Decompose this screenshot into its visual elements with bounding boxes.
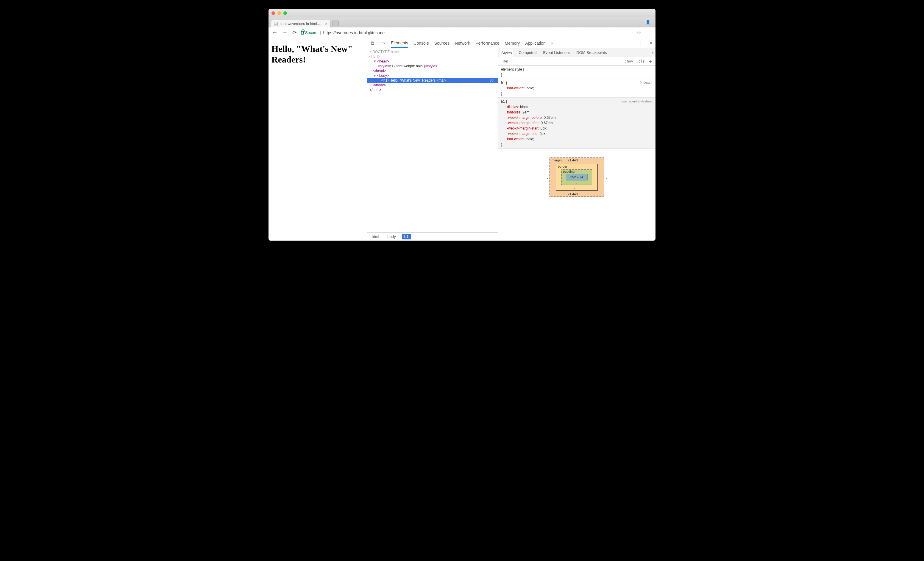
page-heading: Hello, "What's New" Readers!	[272, 44, 364, 65]
css-prop: font-weight	[507, 137, 525, 141]
rendered-page: Hello, "What's New" Readers!	[268, 38, 367, 241]
box-padding: padding - - - - 352 × 74	[561, 170, 592, 185]
styles-tabbar: Styles Computed Event Listeners DOM Brea…	[498, 48, 656, 57]
css-val: 0.67em;	[541, 121, 554, 125]
css-val: 0px;	[541, 126, 548, 130]
box-padding-right: -	[590, 177, 591, 180]
cls-toggle[interactable]: .cls	[636, 59, 645, 63]
rule-element-style[interactable]: element.style { }	[498, 66, 656, 79]
devtools-tabbar: ⧉ ▭ Elements Console Sources Network Per…	[367, 38, 656, 48]
dom-body-close: /body	[375, 83, 384, 87]
reload-button[interactable]: ⟳	[292, 29, 297, 37]
maximize-window-icon[interactable]	[284, 11, 287, 15]
styles-tab-event-listeners[interactable]: Event Listeners	[542, 49, 571, 56]
browser-tab[interactable]: 🗋 https://overrides-in-html.glitch… ×	[271, 20, 330, 27]
dom-h1-open: h1	[383, 78, 387, 82]
val-font-weight: bold;	[526, 86, 534, 90]
css-prop: -webkit-margin-start	[507, 126, 538, 130]
styles-filter-input[interactable]	[500, 59, 621, 63]
box-border: border - - - - padding - - -	[556, 164, 598, 190]
devtools-menu-icon[interactable]: ⋮	[638, 40, 644, 46]
box-padding-label: padding	[563, 170, 574, 173]
secure-badge: Secure	[301, 30, 317, 35]
dom-h1-text: Hello, "What's New" Readers!	[389, 78, 436, 82]
css-prop: -webkit-margin-after	[507, 121, 539, 125]
macos-titlebar	[268, 9, 656, 17]
url-separator: |	[320, 30, 321, 35]
crumb-body[interactable]: body	[385, 234, 398, 239]
devtools-panel: ⧉ ▭ Elements Console Sources Network Per…	[367, 38, 656, 241]
box-margin-label: margin	[552, 158, 562, 162]
rule-close-ua: }	[501, 142, 652, 147]
device-toolbar-icon[interactable]: ▭	[380, 40, 386, 46]
styles-panel: Styles Computed Event Listeners DOM Brea…	[498, 48, 656, 241]
page-favicon-icon: 🗋	[274, 22, 278, 26]
crumb-html[interactable]: html	[369, 234, 382, 239]
new-tab-button[interactable]	[332, 21, 339, 26]
css-prop: -webkit-margin-before	[507, 116, 542, 120]
styles-tab-computed[interactable]: Computed	[518, 49, 538, 56]
rule-h1-author[interactable]: (index):4 h1 { font-weight: bold; }	[498, 79, 656, 98]
prop-font-weight: font-weight	[507, 86, 525, 90]
rule-source-link[interactable]: (index):4	[640, 81, 652, 84]
content-area: Hello, "What's New" Readers! ⧉ ▭ Element…	[268, 38, 656, 241]
styles-tab-styles[interactable]: Styles	[500, 49, 513, 57]
hov-toggle[interactable]: :hov	[624, 59, 633, 63]
profile-avatar-icon[interactable]: 👤	[645, 19, 651, 25]
selector-element-style: element.style {	[501, 67, 652, 72]
back-button[interactable]: ←	[272, 29, 278, 36]
tab-title: https://overrides-in-html.glitch…	[279, 22, 322, 26]
bookmark-star-icon[interactable]: ☆	[636, 30, 641, 36]
dom-style-open: style	[380, 64, 387, 68]
css-prop: -webkit-margin-end	[507, 132, 538, 136]
box-margin-bottom: 21.440	[568, 192, 578, 196]
close-window-icon[interactable]	[272, 11, 275, 15]
tab-performance[interactable]: Performance	[476, 39, 499, 47]
tab-network[interactable]: Network	[455, 39, 470, 47]
minimize-window-icon[interactable]	[278, 11, 281, 15]
box-content: 352 × 74	[566, 174, 588, 180]
rule-h1-ua[interactable]: user agent stylesheet h1 { display: bloc…	[498, 98, 656, 148]
box-padding-bottom: -	[576, 181, 578, 184]
styles-tab-dom-breakpoints[interactable]: DOM Breakpoints	[575, 49, 608, 56]
box-margin-left: -	[547, 176, 548, 180]
inspect-element-icon[interactable]: ⧉	[370, 40, 375, 46]
rule-source-ua: user agent stylesheet	[621, 99, 652, 104]
styles-filter-row: :hov .cls ＋	[498, 57, 656, 66]
box-border-top: -	[574, 165, 575, 168]
box-border-left: -	[557, 177, 558, 180]
omnibox[interactable]: Secure | https://overrides-in-html.glitc…	[301, 30, 633, 35]
browser-menu-icon[interactable]: ⋮	[647, 30, 652, 36]
url-bar: ← → ⟳ Secure | https://overrides-in-html…	[268, 27, 656, 38]
tab-close-icon[interactable]: ×	[325, 22, 327, 26]
css-val: block;	[520, 105, 529, 109]
dom-selected-line[interactable]: … <h1>Hello, "What's New" Readers!</h1> …	[367, 78, 498, 83]
dom-tree[interactable]: <!DOCTYPE html> <html> ▼<head> <style>h1…	[367, 48, 498, 232]
tab-elements[interactable]: Elements	[391, 39, 408, 48]
tab-sources[interactable]: Sources	[434, 39, 450, 47]
browser-tabbar: 🗋 https://overrides-in-html.glitch… × 👤	[268, 17, 656, 27]
tab-console[interactable]: Console	[414, 39, 429, 47]
tab-application[interactable]: Application	[525, 39, 546, 47]
box-padding-left: -	[562, 177, 564, 180]
styles-tabs-overflow-icon[interactable]: »	[652, 51, 654, 55]
css-prop: display	[507, 105, 518, 109]
crumb-h1[interactable]: h1	[402, 234, 411, 239]
tab-memory[interactable]: Memory	[505, 39, 520, 47]
box-padding-top: -	[590, 170, 591, 173]
forward-button[interactable]: →	[282, 29, 288, 36]
dom-head-open: head	[379, 59, 387, 63]
new-style-rule-icon[interactable]: ＋	[648, 58, 653, 65]
browser-window: 🗋 https://overrides-in-html.glitch… × 👤 …	[268, 9, 656, 241]
devtools-close-icon[interactable]: ×	[649, 40, 652, 46]
breadcrumb: html body h1	[367, 232, 498, 241]
css-val: 0.67em;	[544, 116, 556, 120]
lock-icon	[301, 31, 304, 34]
css-rules: element.style { } (index):4 h1 { font-we…	[498, 66, 656, 241]
css-val: 0px;	[539, 132, 546, 136]
tabs-overflow-icon[interactable]: »	[551, 39, 554, 47]
rule-close: }	[501, 91, 652, 96]
box-margin-top: 21.440	[568, 158, 578, 162]
dom-html-close: /html	[372, 88, 379, 92]
dom-html-open: html	[372, 54, 378, 58]
